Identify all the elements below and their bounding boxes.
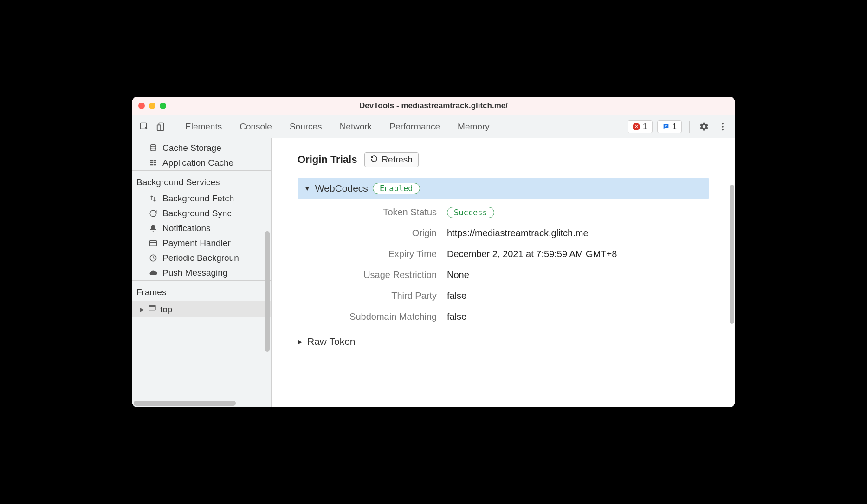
svg-rect-3 bbox=[665, 125, 667, 126]
sidebar-item-push-messaging[interactable]: Push Messaging bbox=[132, 265, 271, 280]
sidebar-item-label: top bbox=[160, 304, 172, 315]
refresh-label: Refresh bbox=[382, 155, 413, 165]
svg-rect-10 bbox=[154, 160, 156, 161]
value-third-party: false bbox=[447, 291, 709, 301]
svg-point-6 bbox=[722, 126, 724, 128]
label-expiry: Expiry Time bbox=[302, 249, 437, 259]
value-origin: https://mediastreamtrack.glitch.me bbox=[447, 228, 709, 239]
sidebar-group-background-services: Background Services Background Fetch Bac… bbox=[132, 170, 271, 280]
zoom-window-button[interactable] bbox=[160, 103, 166, 109]
close-window-button[interactable] bbox=[138, 103, 145, 109]
refresh-button[interactable]: Refresh bbox=[364, 152, 419, 167]
panel-tabs: Elements Console Sources Network Perform… bbox=[184, 117, 491, 136]
device-toolbar-icon[interactable] bbox=[154, 120, 168, 134]
sidebar-horizontal-scrollbar[interactable] bbox=[134, 401, 236, 406]
more-menu-icon[interactable] bbox=[716, 120, 730, 134]
svg-rect-13 bbox=[150, 164, 153, 165]
window-title: DevTools - mediastreamtrack.glitch.me/ bbox=[132, 101, 735, 110]
credit-card-icon bbox=[149, 239, 158, 248]
tab-sources[interactable]: Sources bbox=[289, 117, 323, 136]
raw-token-row[interactable]: ▶ Raw Token bbox=[298, 336, 709, 347]
sidebar-group-frames: Frames ▶ top bbox=[132, 280, 271, 317]
sidebar-group-cache: Cache Storage Application Cache bbox=[132, 138, 271, 170]
sidebar-item-label: Background Fetch bbox=[162, 194, 234, 204]
tab-elements[interactable]: Elements bbox=[184, 117, 223, 136]
sidebar-scrollbar[interactable] bbox=[265, 231, 270, 370]
devtools-window: DevTools - mediastreamtrack.glitch.me/ E… bbox=[132, 97, 735, 407]
sidebar-item-cache-storage[interactable]: Cache Storage bbox=[132, 138, 271, 155]
trial-status-badge: Enabled bbox=[373, 183, 420, 194]
sidebar-heading-background-services: Background Services bbox=[132, 170, 271, 191]
cloud-icon bbox=[149, 268, 158, 278]
value-subdomain-matching: false bbox=[447, 311, 709, 322]
svg-rect-14 bbox=[154, 164, 156, 165]
trial-row-webcodecs[interactable]: ▼ WebCodecs Enabled bbox=[298, 178, 709, 199]
toolbar-right: ✕ 1 1 bbox=[628, 120, 730, 134]
label-token-status: Token Status bbox=[302, 207, 437, 218]
chevron-right-icon: ▶ bbox=[298, 338, 303, 345]
label-usage-restriction: Usage Restriction bbox=[302, 270, 437, 280]
sync-icon bbox=[149, 209, 158, 218]
svg-rect-11 bbox=[150, 162, 153, 163]
traffic-lights bbox=[138, 103, 166, 109]
sidebar-item-label: Periodic Backgroun bbox=[162, 253, 239, 263]
toolbar-separator bbox=[174, 121, 174, 133]
svg-point-8 bbox=[150, 145, 156, 147]
sidebar-item-label: Background Sync bbox=[162, 208, 232, 219]
raw-token-label: Raw Token bbox=[307, 336, 356, 347]
main-toolbar: Elements Console Sources Network Perform… bbox=[132, 115, 735, 138]
sidebar-item-label: Cache Storage bbox=[162, 143, 221, 153]
toolbar-separator bbox=[689, 121, 690, 133]
issues-counter[interactable]: 1 bbox=[657, 120, 682, 133]
sidebar-item-label: Push Messaging bbox=[162, 268, 227, 278]
svg-point-5 bbox=[722, 123, 724, 124]
minimize-window-button[interactable] bbox=[149, 103, 155, 109]
inspect-element-icon[interactable] bbox=[137, 120, 151, 134]
sidebar-item-background-fetch[interactable]: Background Fetch bbox=[132, 191, 271, 206]
database-icon bbox=[149, 143, 158, 153]
tab-console[interactable]: Console bbox=[239, 117, 273, 136]
label-origin: Origin bbox=[302, 228, 437, 239]
sidebar-item-payment-handler[interactable]: Payment Handler bbox=[132, 236, 271, 251]
sidebar-item-label: Application Cache bbox=[162, 158, 233, 168]
issue-icon bbox=[662, 123, 670, 130]
error-icon: ✕ bbox=[633, 123, 640, 130]
content-area: Cache Storage Application Cache Backgrou… bbox=[132, 138, 735, 407]
issues-count: 1 bbox=[673, 122, 677, 131]
chevron-down-icon: ▼ bbox=[304, 185, 311, 192]
settings-icon[interactable] bbox=[697, 120, 711, 134]
sidebar-scrollbar-thumb[interactable] bbox=[265, 231, 270, 352]
sidebar-item-label: Notifications bbox=[162, 223, 211, 233]
value-usage-restriction: None bbox=[447, 270, 709, 280]
sidebar-item-notifications[interactable]: Notifications bbox=[132, 221, 271, 236]
sidebar-item-background-sync[interactable]: Background Sync bbox=[132, 206, 271, 221]
tab-memory[interactable]: Memory bbox=[457, 117, 491, 136]
main-panel: Origin Trials Refresh ▼ WebCodecs Enable… bbox=[271, 138, 735, 407]
frame-icon bbox=[148, 304, 156, 315]
tab-network[interactable]: Network bbox=[339, 117, 373, 136]
section-header: Origin Trials Refresh bbox=[298, 152, 709, 167]
trial-details-grid: Token Status Success Origin https://medi… bbox=[302, 207, 709, 322]
sidebar-item-label: Payment Handler bbox=[162, 238, 231, 248]
svg-rect-12 bbox=[154, 162, 156, 163]
errors-count: 1 bbox=[643, 122, 647, 131]
sidebar-item-periodic-background[interactable]: Periodic Backgroun bbox=[132, 251, 271, 265]
token-status-badge: Success bbox=[447, 207, 494, 218]
application-sidebar: Cache Storage Application Cache Backgrou… bbox=[132, 138, 271, 407]
sidebar-item-application-cache[interactable]: Application Cache bbox=[132, 155, 271, 170]
clock-icon bbox=[149, 253, 158, 263]
sidebar-item-frame-top[interactable]: ▶ top bbox=[132, 301, 271, 317]
tab-performance[interactable]: Performance bbox=[388, 117, 441, 136]
main-scrollbar-thumb[interactable] bbox=[730, 185, 734, 324]
bell-icon bbox=[149, 224, 158, 233]
svg-rect-9 bbox=[150, 160, 153, 161]
svg-rect-4 bbox=[665, 126, 666, 127]
label-third-party: Third Party bbox=[302, 291, 437, 301]
value-expiry: December 2, 2021 at 7:59:59 AM GMT+8 bbox=[447, 249, 709, 259]
section-title: Origin Trials bbox=[298, 154, 357, 166]
grid-icon bbox=[149, 158, 158, 168]
sidebar-heading-frames: Frames bbox=[132, 280, 271, 301]
errors-counter[interactable]: ✕ 1 bbox=[628, 120, 652, 133]
svg-rect-2 bbox=[157, 125, 161, 130]
svg-rect-18 bbox=[149, 305, 155, 310]
